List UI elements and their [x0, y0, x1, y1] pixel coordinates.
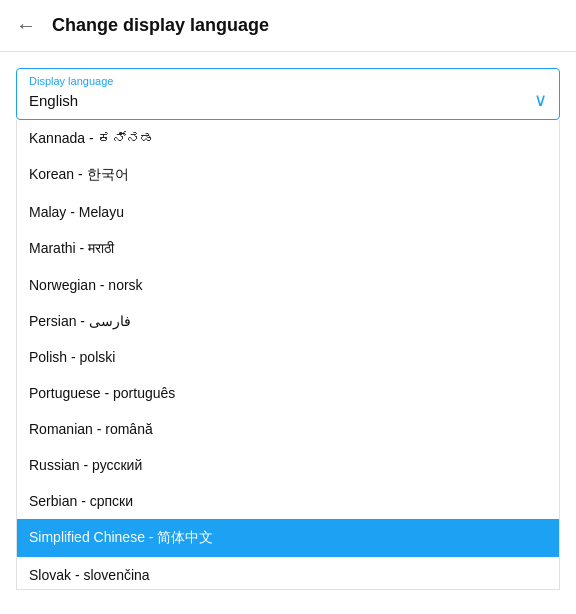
language-item-persian[interactable]: Persian - فارسی [17, 303, 559, 339]
content-area: Display language English ∨ Kannada - ಕನ್… [0, 52, 576, 612]
language-item-korean[interactable]: Korean - 한국어 [17, 156, 559, 194]
dropdown-selected-value: English [29, 92, 78, 109]
language-list[interactable]: Kannada - ಕನ್ನಡKorean - 한국어Malay - Melay… [16, 120, 560, 590]
display-language-dropdown[interactable]: Display language English ∨ [16, 68, 560, 120]
dropdown-label: Display language [17, 69, 559, 87]
language-item-romanian[interactable]: Romanian - română [17, 411, 559, 447]
header: ← Change display language [0, 0, 576, 52]
language-item-russian[interactable]: Russian - русский [17, 447, 559, 483]
language-item-slovak[interactable]: Slovak - slovenčina [17, 557, 559, 590]
language-item-serbian[interactable]: Serbian - српски [17, 483, 559, 519]
chevron-down-icon: ∨ [534, 89, 547, 111]
language-item-simplified-chinese[interactable]: Simplified Chinese - 简体中文 [17, 519, 559, 557]
language-item-norwegian[interactable]: Norwegian - norsk [17, 267, 559, 303]
back-button[interactable]: ← [16, 14, 36, 37]
page-title: Change display language [52, 15, 269, 36]
language-item-polish[interactable]: Polish - polski [17, 339, 559, 375]
language-item-marathi[interactable]: Marathi - मराठी [17, 230, 559, 267]
language-item-portuguese[interactable]: Portuguese - português [17, 375, 559, 411]
language-item-kannada[interactable]: Kannada - ಕನ್ನಡ [17, 120, 559, 156]
dropdown-value-row: English ∨ [17, 87, 559, 119]
language-item-malay[interactable]: Malay - Melayu [17, 194, 559, 230]
